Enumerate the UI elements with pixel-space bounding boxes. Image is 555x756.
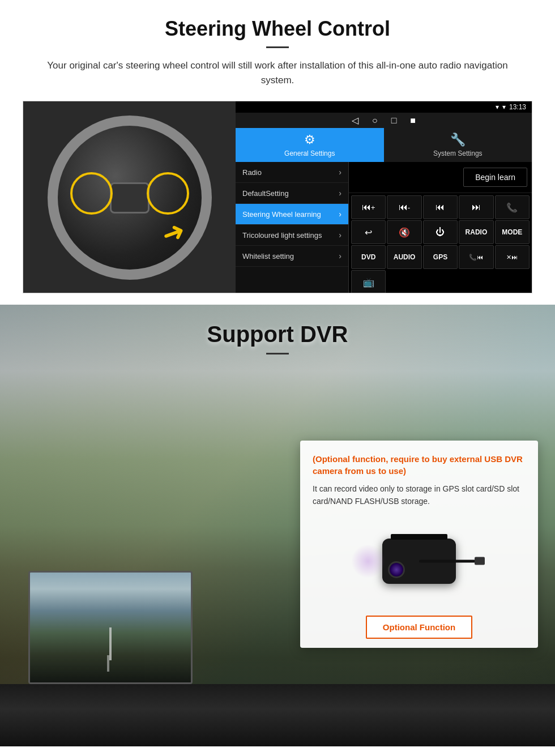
menu-item-radio-label: Radio (242, 168, 262, 177)
tab-system-label: System Settings (433, 150, 483, 157)
car-interior-strip (0, 684, 555, 746)
dvr-title: Support DVR (0, 322, 555, 347)
signal-icon: ▾ (496, 103, 499, 111)
time-display: 13:13 (509, 103, 526, 111)
chevron-right-icon: › (339, 251, 341, 260)
android-content-area: Radio › DefaultSetting › Steering Wheel … (236, 162, 532, 293)
dvd-button[interactable]: DVD (351, 245, 386, 269)
mode-button[interactable]: MODE (495, 220, 530, 244)
menu-item-steering-wheel-learning[interactable]: Steering Wheel learning › (236, 204, 348, 225)
tel-prev-button[interactable]: 📞⏮ (459, 245, 493, 269)
menu-item-default-label: DefaultSetting (242, 189, 289, 198)
steering-wheel-visual: ➜ (48, 116, 212, 280)
menu-icon[interactable]: ■ (410, 116, 416, 126)
steering-ui-panel: ➜ ▾ ▾ 13:13 ◁ ○ □ ■ ⚙ General Sett (23, 101, 532, 293)
menu-item-whitelist-label: Whitelist setting (242, 252, 294, 260)
menu-item-whitelist[interactable]: Whitelist setting › (236, 246, 348, 267)
steering-wheel-image: ➜ (23, 101, 236, 293)
dvr-optional-text: (Optional function, require to buy exter… (313, 453, 526, 477)
optional-function-button[interactable]: Optional Function (366, 616, 472, 639)
steering-circle-right (147, 172, 189, 215)
menu-item-radio[interactable]: Radio › (236, 162, 348, 183)
dvr-preview-inner (30, 573, 191, 682)
dvr-section: Support DVR (Optional function, require … (0, 305, 555, 746)
begin-learn-button[interactable]: Begin learn (463, 168, 527, 187)
vol-up-button[interactable]: ⏮+ (351, 195, 386, 219)
android-ui-panel: ▾ ▾ 13:13 ◁ ○ □ ■ ⚙ General Settings 🔧 S (236, 101, 532, 293)
android-statusbar: ▾ ▾ 13:13 (236, 101, 532, 113)
dvr-title-area: Support DVR (0, 305, 555, 360)
dvr-preview-screen (28, 571, 193, 684)
menu-item-swl-label: Steering Wheel learning (242, 210, 321, 219)
steering-circle-left (70, 172, 113, 215)
menu-item-tricoloured[interactable]: Tricoloured light settings › (236, 225, 348, 246)
gear-icon: ⚙ (304, 133, 315, 147)
camera-fin (391, 534, 447, 540)
settings-icon: 🔧 (450, 133, 466, 147)
radio-button[interactable]: RADIO (459, 220, 493, 244)
screen-button[interactable]: 📺 (351, 270, 386, 293)
prev-track-button[interactable]: ⏮ (423, 195, 458, 219)
chevron-right-icon: › (339, 189, 341, 198)
tab-general-settings[interactable]: ⚙ General Settings (236, 128, 384, 162)
dvr-description-text: It can record video only to storage in G… (313, 482, 526, 508)
usb-plug-icon (475, 557, 485, 565)
dvr-camera-illustration (313, 516, 526, 606)
hangup-button[interactable]: ↩ (351, 220, 386, 244)
settings-tabs: ⚙ General Settings 🔧 System Settings (236, 128, 532, 162)
gps-button[interactable]: GPS (423, 245, 458, 269)
road-line-2 (107, 655, 109, 672)
dvr-info-box: (Optional function, require to buy exter… (300, 441, 538, 648)
camera-lens-icon (388, 561, 405, 578)
optional-function-row: Optional Function (313, 613, 526, 639)
menu-item-tricoloured-label: Tricoloured light settings (242, 231, 322, 240)
camera-lens-glow (351, 544, 385, 578)
dvr-camera-wrapper (334, 522, 504, 601)
tel-next-button[interactable]: ✕⏭ (495, 245, 530, 269)
home-icon[interactable]: ○ (372, 116, 378, 126)
steering-center-hub (110, 182, 150, 213)
chevron-right-icon: › (339, 230, 341, 240)
back-icon[interactable]: ◁ (352, 115, 358, 126)
recents-icon[interactable]: □ (391, 116, 397, 126)
begin-learn-row: Begin learn (349, 162, 532, 193)
steering-controls-panel: Begin learn ⏮+ ⏮- ⏮ ⏭ 📞 ↩ 🔇 ⏻ RADIO MODE (349, 162, 532, 293)
next-track-button[interactable]: ⏭ (459, 195, 493, 219)
wifi-icon: ▾ (502, 103, 506, 111)
mute-button[interactable]: 🔇 (387, 220, 421, 244)
chevron-right-icon: › (339, 168, 341, 177)
audio-button[interactable]: AUDIO (387, 245, 421, 269)
android-nav-bar: ◁ ○ □ ■ (236, 113, 532, 128)
power-button[interactable]: ⏻ (423, 220, 458, 244)
steering-arrow: ➜ (157, 213, 189, 251)
steering-section: Steering Wheel Control Your original car… (0, 0, 555, 305)
steering-description: Your original car's steering wheel contr… (34, 58, 521, 87)
steering-title: Steering Wheel Control (23, 17, 532, 41)
road-line-1 (109, 627, 112, 660)
steering-divider (266, 46, 289, 48)
vol-down-button[interactable]: ⏮- (387, 195, 421, 219)
usb-cable (419, 559, 476, 562)
android-menu-list: Radio › DefaultSetting › Steering Wheel … (236, 162, 349, 293)
call-button[interactable]: 📞 (495, 195, 530, 219)
tab-system-settings[interactable]: 🔧 System Settings (384, 128, 532, 162)
menu-item-default-setting[interactable]: DefaultSetting › (236, 183, 348, 204)
tab-general-label: General Settings (284, 150, 335, 157)
chevron-right-active-icon: › (339, 210, 341, 219)
controls-grid: ⏮+ ⏮- ⏮ ⏭ 📞 ↩ 🔇 ⏻ RADIO MODE DVD AUDIO G… (349, 193, 532, 293)
dvr-divider (266, 353, 289, 354)
